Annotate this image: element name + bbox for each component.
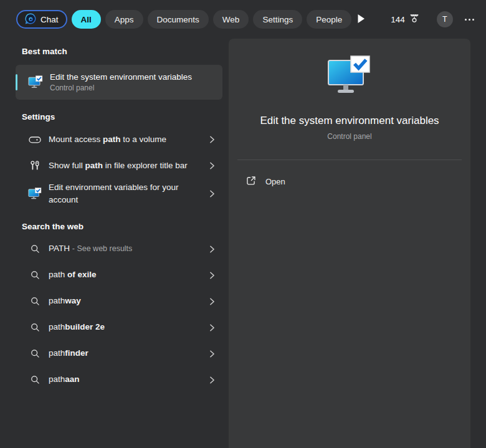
chevron-right-icon xyxy=(209,323,215,332)
best-match-text: Edit the system environment variables Co… xyxy=(50,72,192,92)
section-header: Search the web xyxy=(22,222,228,231)
list-item-label: pathway xyxy=(49,295,209,307)
tab-documents[interactable]: Documents xyxy=(148,10,209,29)
system-env-monitor-icon xyxy=(28,187,42,201)
selection-accent-bar xyxy=(16,74,17,90)
list-item-label: Show full path in file explorer title ba… xyxy=(49,160,209,172)
tab-people[interactable]: People xyxy=(307,10,351,29)
list-item[interactable]: PATH - See web results xyxy=(16,236,222,262)
best-match-title: Edit the system environment variables xyxy=(50,72,192,82)
chevron-right-icon xyxy=(209,376,215,384)
list-item-label: PATH - See web results xyxy=(49,242,209,255)
chevron-right-icon xyxy=(209,135,215,144)
chevron-right-icon xyxy=(209,297,215,306)
preview-title: Edit the system environment variables xyxy=(260,115,439,127)
best-match-header: Best match xyxy=(22,47,228,56)
list-item[interactable]: Mount access path to a volume xyxy=(16,126,222,153)
open-label: Open xyxy=(265,177,285,186)
section-list: PATH - See web resultspath of exilepathw… xyxy=(0,236,228,393)
list-item-label: path of exile xyxy=(49,269,209,281)
search-icon xyxy=(28,244,42,254)
list-item-label: pathbuilder 2e xyxy=(49,321,209,333)
list-item[interactable]: Show full path in file explorer title ba… xyxy=(16,153,222,179)
account-avatar[interactable]: T xyxy=(437,11,453,27)
filter-tabs: AllAppsDocumentsWebSettingsPeople xyxy=(72,10,352,29)
best-match-item[interactable]: Edit the system environment variables Co… xyxy=(16,65,222,100)
search-icon xyxy=(28,297,42,306)
tab-web[interactable]: Web xyxy=(213,10,249,29)
list-item[interactable]: pathbuilder 2e xyxy=(16,315,222,341)
play-button[interactable] xyxy=(356,12,366,27)
list-item[interactable]: pathaan xyxy=(16,367,222,393)
system-env-monitor-large-icon xyxy=(326,55,373,96)
results-panel: Best match Edit the system environment v… xyxy=(0,39,228,448)
tab-all[interactable]: All xyxy=(72,10,101,29)
preview-subtitle: Control panel xyxy=(327,132,371,141)
more-options-button[interactable] xyxy=(464,15,475,24)
rewards-button[interactable]: 144 xyxy=(387,12,424,27)
search-icon xyxy=(28,349,42,358)
preview-panel: Edit the system environment variables Co… xyxy=(229,39,470,448)
drive-icon xyxy=(28,136,42,144)
system-env-monitor-icon xyxy=(28,75,43,89)
avatar-initial: T xyxy=(442,15,447,24)
list-item[interactable]: Edit environment variables for your acco… xyxy=(16,179,222,209)
list-item-label: pathfinder xyxy=(49,347,209,360)
open-external-icon xyxy=(246,176,256,188)
preview-divider xyxy=(237,160,462,160)
search-filter-bar: Chat AllAppsDocumentsWebSettingsPeople 1… xyxy=(0,0,486,39)
tab-settings[interactable]: Settings xyxy=(253,10,302,29)
open-action[interactable]: Open xyxy=(237,170,462,193)
chevron-right-icon xyxy=(209,245,215,254)
topbar-right-group: 144 T xyxy=(356,8,486,31)
chevron-right-icon xyxy=(209,271,215,280)
section-header: Settings xyxy=(22,112,228,122)
result-sections: SettingsMount access path to a volumeSho… xyxy=(0,112,228,393)
tools-icon xyxy=(28,160,42,171)
chat-button[interactable]: Chat xyxy=(16,10,67,29)
search-icon xyxy=(28,323,42,332)
tab-apps[interactable]: Apps xyxy=(105,10,143,29)
list-item-label: pathaan xyxy=(49,373,209,386)
chevron-right-icon xyxy=(209,350,215,358)
chat-label: Chat xyxy=(40,15,59,24)
rewards-count: 144 xyxy=(391,15,405,24)
rewards-trophy-icon xyxy=(409,13,420,26)
list-item-label: Edit environment variables for your acco… xyxy=(49,181,209,207)
play-icon xyxy=(357,14,365,26)
list-item[interactable]: path of exile xyxy=(16,262,222,288)
list-item[interactable]: pathway xyxy=(16,288,222,315)
search-icon xyxy=(28,270,42,280)
list-item[interactable]: pathfinder xyxy=(16,341,222,367)
bing-chat-icon xyxy=(25,13,36,26)
search-icon xyxy=(28,375,42,384)
chevron-right-icon xyxy=(209,189,215,198)
best-match-subtitle: Control panel xyxy=(50,83,192,92)
section-list: Mount access path to a volumeShow full p… xyxy=(0,126,228,209)
chevron-right-icon xyxy=(209,161,215,170)
list-item-label: Mount access path to a volume xyxy=(49,133,209,146)
